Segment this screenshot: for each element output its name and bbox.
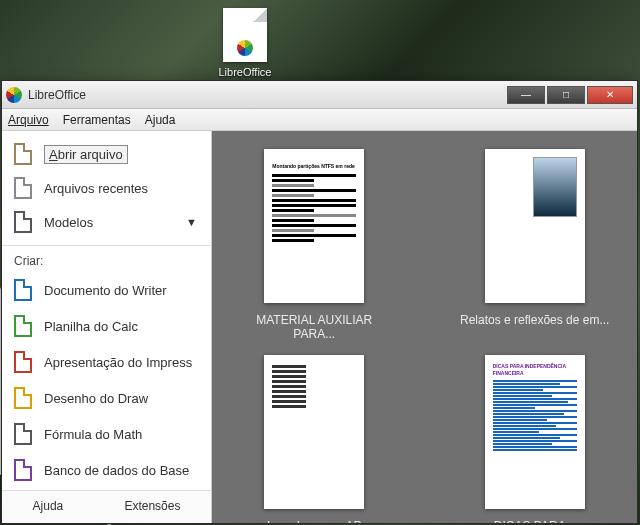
doc-thumbnail: Montando partições NTFS em rede [264,149,364,303]
desktop-shortcut-libreoffice[interactable]: LibreOffice 5.0 [210,8,280,90]
create-draw-drawing[interactable]: Desenho do Draw [2,380,211,416]
recent-doc-locadoras-ap[interactable]: Locadoras em AP [234,355,395,523]
doc-label: Locadoras em AP [267,519,362,523]
create-item-label: Planilha do Calc [44,319,138,334]
recent-files-label: Arquivos recentes [44,181,148,196]
recent-files-button[interactable]: Arquivos recentes [2,171,211,205]
folder-open-icon [12,143,34,165]
doc-thumbnail: DICAS PARA INDEPENDÊNCIA FINANCEIRA [485,355,585,509]
chevron-down-icon: ▼ [186,216,197,228]
menubar: Arquivo Ferramentas Ajuda [2,109,637,131]
create-base-database[interactable]: Banco de dados do Base [2,452,211,488]
create-item-label: Banco de dados do Base [44,463,189,478]
help-link[interactable]: Ajuda [33,499,64,513]
draw-icon [12,385,34,411]
doc-thumbnail [485,149,585,303]
templates-label: Modelos [44,215,93,230]
doc-thumbnail [264,355,364,509]
recent-documents-grid: Montando partições NTFS em rede MATERIAL… [212,131,637,523]
extensions-link[interactable]: Extensões [124,499,180,513]
templates-button[interactable]: Modelos ▼ [2,205,211,239]
create-item-label: Fórmula do Math [44,427,142,442]
create-writer-document[interactable]: Documento do Writer [2,272,211,308]
minimize-button[interactable]: — [507,86,545,104]
recent-doc-material-auxiliar[interactable]: Montando partições NTFS em rede MATERIAL… [234,149,395,341]
app-icon [6,87,22,103]
maximize-button[interactable]: □ [547,86,585,104]
open-file-button[interactable]: Abrir arquivo [2,137,211,171]
templates-icon [12,211,34,233]
window-title: LibreOffice [28,88,505,102]
titlebar[interactable]: LibreOffice — □ ✕ [2,81,637,109]
menu-arquivo[interactable]: Arquivo [8,113,49,127]
impress-icon [12,349,34,375]
sidebar: Abrir arquivo Arquivos recentes Modelos … [2,131,212,523]
recent-icon [12,177,34,199]
menu-ajuda[interactable]: Ajuda [145,113,176,127]
open-file-label: Abrir arquivo [44,145,128,164]
create-item-label: Desenho do Draw [44,391,148,406]
sidebar-footer: Ajuda Extensões [2,490,211,523]
math-icon [12,421,34,447]
calc-icon [12,313,34,339]
libreoffice-start-center-window: LibreOffice — □ ✕ Arquivo Ferramentas Aj… [1,80,638,524]
recent-doc-dicas[interactable]: DICAS PARA INDEPENDÊNCIA FINANCEIRA DICA… [455,355,616,523]
doc-label: DICAS PARA... [494,519,576,523]
base-icon [12,457,34,483]
writer-icon [12,277,34,303]
recent-doc-relatos-reflexoes[interactable]: Relatos e reflexões de em... [455,149,616,341]
create-math-formula[interactable]: Fórmula do Math [2,416,211,452]
phone-image-icon [533,157,577,217]
close-button[interactable]: ✕ [587,86,633,104]
menu-ferramentas[interactable]: Ferramentas [63,113,131,127]
doc-label: Relatos e reflexões de em... [460,313,609,327]
create-calc-spreadsheet[interactable]: Planilha do Calc [2,308,211,344]
create-label: Criar: [2,252,211,272]
create-item-label: Documento do Writer [44,283,167,298]
create-item-label: Apresentação do Impress [44,355,192,370]
file-icon [223,8,267,62]
separator [2,245,211,246]
create-impress-presentation[interactable]: Apresentação do Impress [2,344,211,380]
doc-label: MATERIAL AUXILIAR PARA... [234,313,395,341]
